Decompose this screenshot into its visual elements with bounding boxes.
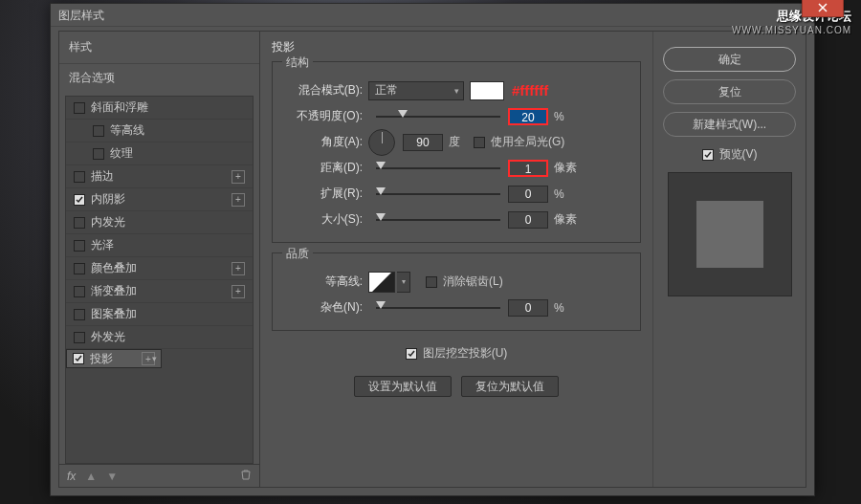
add-instance-icon[interactable]: + [232,285,245,298]
distance-unit: 像素 [554,160,577,176]
reset-default-button[interactable]: 复位为默认值 [461,376,559,397]
size-label: 大小(S): [282,211,368,228]
opacity-slider[interactable] [376,110,500,123]
distance-slider[interactable] [376,162,500,175]
sidebar-heading: 样式 [59,32,259,63]
structure-group: 结构 混合模式(B): 正常 #ffffff 不透明度(O): 20 % 角度(… [272,61,641,243]
distance-label: 距离(D): [282,160,368,176]
style-checkbox[interactable] [73,353,84,364]
style-item-2[interactable]: 纹理 [66,142,253,165]
size-input[interactable]: 0 [508,211,548,229]
new-style-button[interactable]: 新建样式(W)... [663,112,796,137]
style-checkbox[interactable] [74,240,85,252]
style-label: 投影 [90,351,113,367]
style-checkbox[interactable] [74,263,85,274]
global-light-checkbox[interactable] [474,137,485,148]
style-item-8[interactable]: 渐变叠加+ [66,280,253,303]
style-item-11[interactable]: 投影+ [66,349,162,368]
style-checkbox[interactable] [74,332,85,343]
style-item-1[interactable]: 等高线 [66,120,253,142]
add-instance-icon[interactable]: + [232,193,245,207]
angle-input[interactable]: 90 [403,134,443,151]
trash-icon[interactable] [240,469,252,483]
blend-mode-label: 混合模式(B): [282,82,368,99]
style-checkbox[interactable] [74,286,85,297]
window-close-button[interactable] [802,0,844,17]
contour-label: 等高线: [282,274,368,290]
opacity-unit: % [554,110,564,123]
knockout-label: 图层挖空投影(U) [423,345,508,362]
style-item-10[interactable]: 外发光 [66,326,253,349]
angle-dial[interactable] [368,129,395,156]
style-checkbox[interactable] [74,171,85,183]
arrow-up-icon[interactable]: ▲ [85,470,97,483]
noise-slider[interactable] [376,301,500,315]
dialog-title: 图层样式 [58,9,104,22]
spread-label: 扩展(R): [282,186,368,202]
opacity-label: 不透明度(O): [282,108,368,124]
style-label: 斜面和浮雕 [91,99,148,116]
style-label: 外发光 [91,329,125,345]
style-label: 描边 [91,168,114,185]
knockout-checkbox[interactable] [406,348,417,360]
blend-mode-select[interactable]: 正常 [368,81,464,100]
spread-input[interactable]: 0 [508,186,548,203]
style-checkbox[interactable] [74,102,85,114]
make-default-button[interactable]: 设置为默认值 [354,376,452,397]
style-checkbox[interactable] [74,309,85,320]
quality-group: 品质 等高线: ▾ 消除锯齿(L) 杂色(N): 0 % [272,252,641,331]
style-label: 颜色叠加 [91,260,137,276]
noise-label: 杂色(N): [282,299,368,316]
style-checkbox[interactable] [93,148,104,160]
add-instance-icon[interactable]: + [142,352,155,365]
style-checkbox[interactable] [74,194,85,206]
style-item-3[interactable]: 描边+ [66,165,253,188]
add-instance-icon[interactable]: + [232,170,245,184]
noise-input[interactable]: 0 [508,299,548,317]
style-label: 纹理 [110,145,133,162]
style-item-9[interactable]: 图案叠加 [66,303,253,326]
style-checkbox[interactable] [93,125,104,137]
opacity-input[interactable]: 20 [508,108,548,125]
ok-button[interactable]: 确定 [663,47,796,72]
quality-legend: 品质 [282,246,313,262]
spread-unit: % [554,187,564,201]
spread-slider[interactable] [376,187,500,201]
styles-sidebar: 样式 混合选项 斜面和浮雕等高线纹理描边+内阴影+内发光光泽颜色叠加+渐变叠加+… [59,32,260,487]
sidebar-footer: fx ▲ ▼ [59,464,259,487]
contour-dropdown-icon[interactable]: ▾ [397,272,410,293]
distance-input[interactable]: 1 [508,160,548,177]
angle-unit: 度 [449,134,460,150]
sidebar-subheading[interactable]: 混合选项 [59,63,259,92]
style-item-6[interactable]: 光泽 [66,234,253,257]
style-label: 图案叠加 [91,306,137,322]
noise-unit: % [554,301,564,315]
style-label: 光泽 [91,237,114,253]
hex-annotation: #ffffff [512,82,548,99]
dialog-titlebar[interactable]: 图层样式 [51,4,814,27]
size-slider[interactable] [376,213,500,227]
style-item-4[interactable]: 内阴影+ [66,188,253,211]
style-item-5[interactable]: 内发光 [66,211,253,234]
antialias-checkbox[interactable] [426,276,437,288]
structure-legend: 结构 [282,55,313,71]
style-item-0[interactable]: 斜面和浮雕 [66,97,253,120]
style-label: 等高线 [110,122,144,139]
preview-checkbox[interactable] [702,149,714,161]
add-instance-icon[interactable]: + [232,262,245,275]
effect-title: 投影 [272,39,641,55]
cancel-button[interactable]: 复位 [663,79,796,104]
arrow-down-icon[interactable]: ▼ [106,470,118,483]
shadow-color-swatch[interactable] [470,81,504,100]
layer-style-dialog: 图层样式 样式 混合选项 斜面和浮雕等高线纹理描边+内阴影+内发光光泽颜色叠加+… [50,3,815,496]
main-panel: 投影 结构 混合模式(B): 正常 #ffffff 不透明度(O): 20 % … [260,32,652,487]
style-label: 渐变叠加 [91,283,137,299]
style-item-7[interactable]: 颜色叠加+ [66,257,253,280]
fx-icon[interactable]: fx [67,470,76,483]
size-unit: 像素 [554,211,577,228]
style-checkbox[interactable] [74,217,85,229]
contour-picker[interactable] [368,272,395,293]
angle-label: 角度(A): [282,134,368,150]
style-label: 内阴影 [91,191,125,208]
style-label: 内发光 [91,214,125,230]
